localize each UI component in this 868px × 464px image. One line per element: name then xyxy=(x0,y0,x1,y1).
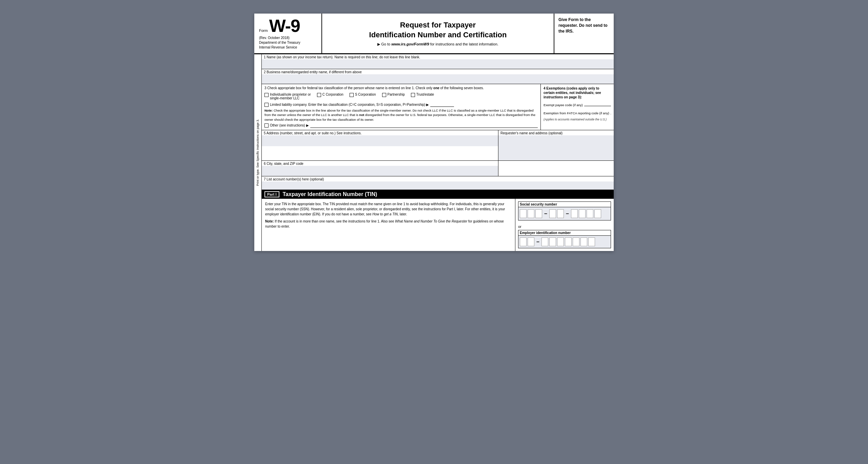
line3-label-one: one xyxy=(433,86,439,90)
ein-cell-8[interactable] xyxy=(580,237,587,246)
ssn-segment2 xyxy=(549,209,564,218)
line7-input[interactable] xyxy=(262,181,614,190)
line5-row: 5 Address (number, street, and apt. or s… xyxy=(262,130,614,161)
part1-title: Taxpayer Identification Number (TIN) xyxy=(283,191,377,197)
ssn-fields: – – xyxy=(518,207,611,220)
form-dept: Department of the Treasury Internal Reve… xyxy=(259,40,317,50)
line6-left: 6 City, state, and ZIP code xyxy=(262,161,498,176)
ssn-cell-7[interactable] xyxy=(579,209,586,218)
other-label: Other (see instructions) ▶ xyxy=(270,123,309,127)
ein-cell-7[interactable] xyxy=(573,237,579,246)
checkbox-s-corp-box[interactable] xyxy=(350,93,354,97)
part1-note: Note: If the account is in more than one… xyxy=(265,219,512,229)
checkbox-individual-box[interactable] xyxy=(264,93,269,97)
part1-italic: How to get a TIN, xyxy=(372,212,399,216)
ssn-cell-3[interactable] xyxy=(535,209,542,218)
checkbox-c-corp: C Corporation xyxy=(317,93,343,97)
ssn-cell-9[interactable] xyxy=(594,209,601,218)
checkbox-partnership-box[interactable] xyxy=(382,93,386,97)
checkbox-trust-box[interactable] xyxy=(411,93,415,97)
header-form-id: Form W-9 (Rev. October 2018) Department … xyxy=(254,14,322,53)
line6-label: 6 City, state, and ZIP code xyxy=(262,161,498,166)
side-label: Print or type. See Specific Instructions… xyxy=(254,54,262,251)
note-label: Note: xyxy=(264,109,273,112)
header-instructions: Give Form to the requester. Do not send … xyxy=(554,14,614,53)
line7-row: 7 List account number(s) here (optional) xyxy=(262,176,614,190)
llc-label: Limited liability company. Enter the tax… xyxy=(270,103,429,107)
header-title: Request for Taxpayer Identification Numb… xyxy=(322,14,554,53)
line3-title: 3 Check appropriate box for federal tax … xyxy=(264,86,538,90)
form-rev: (Rev. October 2018) xyxy=(259,36,317,40)
ein-cell-6[interactable] xyxy=(565,237,572,246)
ssn-cell-6[interactable] xyxy=(571,209,578,218)
ein-label: Employer identification number xyxy=(518,230,611,236)
requester-box: Requester's name and address (optional) xyxy=(498,130,614,160)
ssn-box: Social security number – xyxy=(518,201,611,220)
ssn-cell-1[interactable] xyxy=(520,209,527,218)
line5-input[interactable] xyxy=(262,135,498,146)
form-number: W-9 xyxy=(269,17,300,35)
form-fields: 1 Name (as shown on your income tax retu… xyxy=(262,54,614,251)
fatca-input[interactable] xyxy=(611,110,611,114)
part1-note-label: Note: xyxy=(265,219,274,223)
line1-label: 1 Name (as shown on your income tax retu… xyxy=(262,54,614,59)
checkbox-other-box[interactable] xyxy=(264,123,269,128)
ssn-cell-4[interactable] xyxy=(549,209,556,218)
ssn-segment3 xyxy=(571,209,601,218)
line5-label: 5 Address (number, street, and apt. or s… xyxy=(262,130,498,135)
line1-input[interactable] xyxy=(262,59,614,69)
checkbox-trust-label: Trust/estate xyxy=(416,93,434,96)
checkbox-partnership-label: Partnership xyxy=(388,93,405,96)
ssn-dash-2: – xyxy=(566,211,569,217)
ssn-cell-5[interactable] xyxy=(557,209,564,218)
checkbox-llc-box[interactable] xyxy=(264,103,269,107)
line1-row: 1 Name (as shown on your income tax retu… xyxy=(262,54,614,69)
ein-cell-1[interactable] xyxy=(520,237,527,246)
line3-exemptions-row: 3 Check appropriate box for federal tax … xyxy=(262,84,614,130)
line6-input[interactable] xyxy=(262,166,498,176)
line3-left: 3 Check appropriate box for federal tax … xyxy=(262,84,541,130)
requester-input[interactable] xyxy=(498,135,614,160)
checkbox-c-corp-box[interactable] xyxy=(317,93,321,97)
fatca-applies-note: (Applies to accounts maintained outside … xyxy=(544,118,611,121)
line5-left: 5 Address (number, street, and apt. or s… xyxy=(262,130,498,160)
ssn-cell-2[interactable] xyxy=(528,209,534,218)
exemptions-title: 4 Exemptions (codes apply only to certai… xyxy=(544,86,611,99)
other-row: Other (see instructions) ▶ xyxy=(264,123,538,128)
fatca-field: Exemption from FATCA reporting code (if … xyxy=(544,110,611,115)
part1-tin-boxes: Social security number – xyxy=(515,199,614,251)
ein-fields: – xyxy=(518,236,611,248)
ein-cell-9[interactable] xyxy=(588,237,595,246)
tax-classification-checkboxes: Individual/sole proprietor orsingle-memb… xyxy=(264,93,538,100)
part1-header: Part I Taxpayer Identification Number (T… xyxy=(262,190,614,199)
checkbox-s-corp-label: S Corporation xyxy=(355,93,376,96)
fatca-label: Exemption from FATCA reporting code (if … xyxy=(544,111,609,115)
line2-input[interactable] xyxy=(262,74,614,84)
exempt-payee-input[interactable] xyxy=(584,101,611,106)
line3-label-start: 3 Check appropriate box for federal tax … xyxy=(264,86,433,90)
ssn-dash-1: – xyxy=(544,211,547,217)
side-label-text: Print or type. See Specific Instructions… xyxy=(256,118,260,187)
ein-cell-2[interactable] xyxy=(528,237,534,246)
line7-label: 7 List account number(s) here (optional) xyxy=(262,176,614,181)
part1-label: Part I xyxy=(264,191,279,197)
give-form-text: Give Form to the requester. Do not send … xyxy=(558,17,610,34)
part1-note-italic: What Name and Number To Give the Request… xyxy=(395,219,467,223)
checkbox-individual-label: Individual/sole proprietor orsingle-memb… xyxy=(270,93,311,100)
other-input[interactable] xyxy=(310,123,538,128)
line3-label-end: of the following seven boxes. xyxy=(439,86,484,90)
exemptions-box: 4 Exemptions (codes apply only to certai… xyxy=(541,84,614,130)
ein-cell-5[interactable] xyxy=(557,237,564,246)
ein-box: Employer identification number – xyxy=(518,230,611,248)
ssn-cell-8[interactable] xyxy=(587,209,593,218)
llc-row: Limited liability company. Enter the tax… xyxy=(264,102,538,107)
part1-body: Enter your TIN in the appropriate box. T… xyxy=(262,199,614,251)
form-word-label: Form xyxy=(259,28,268,33)
ein-cell-4[interactable] xyxy=(549,237,556,246)
goto-line: ▶ Go to www.irs.gov/FormW9 for instructi… xyxy=(377,42,498,46)
line6-row: 6 City, state, and ZIP code xyxy=(262,161,614,176)
exempt-payee-label: Exempt payee code (if any) xyxy=(544,103,583,107)
requester-label: Requester's name and address (optional) xyxy=(498,130,614,135)
llc-classification-input[interactable] xyxy=(430,102,454,107)
ein-cell-3[interactable] xyxy=(541,237,548,246)
